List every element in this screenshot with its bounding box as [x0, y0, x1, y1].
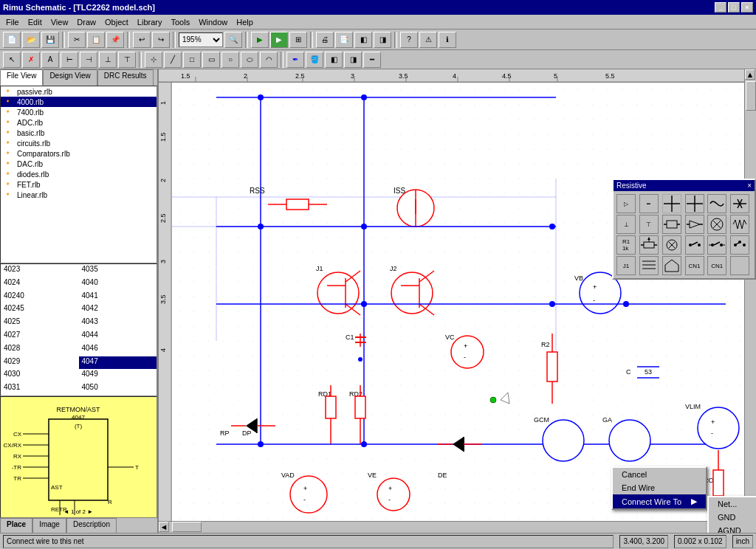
text-btn[interactable]: A	[41, 52, 59, 68]
zoom-select[interactable]: 195% 100% 150% 200%	[179, 32, 223, 47]
ctx-end-wire[interactable]: End Wire	[613, 481, 706, 494]
help1-btn[interactable]: ?	[400, 32, 418, 48]
menu-view[interactable]: View	[47, 16, 73, 28]
part-4028[interactable]: 4028	[1, 343, 79, 356]
part-4027[interactable]: 4027	[1, 330, 79, 343]
res-zigzag[interactable]	[730, 215, 749, 234]
submenu-net[interactable]: Net...	[709, 497, 756, 511]
tree-item-4000[interactable]: 🔸 4000.rlb	[1, 97, 157, 107]
part-4046[interactable]: 4046	[79, 343, 157, 356]
res-cn1-b[interactable]: CN1	[707, 256, 726, 275]
tree-item-comparators[interactable]: 🔸 Comparators.rlb	[1, 148, 157, 159]
res-in[interactable]	[662, 215, 681, 234]
part-4029[interactable]: 4029	[1, 356, 79, 370]
horizontal-scrollbar[interactable]: ◄ ►	[159, 521, 756, 533]
vertical-scrollbar[interactable]: ▲ ▼	[744, 69, 756, 533]
menu-window[interactable]: Window	[194, 16, 232, 28]
tab-design-view[interactable]: Design View	[43, 69, 97, 86]
res-pot[interactable]	[639, 235, 659, 255]
res-sw2[interactable]	[707, 235, 726, 255]
t4-btn[interactable]: ⊤	[118, 52, 136, 68]
menu-library[interactable]: Library	[133, 16, 167, 28]
tree-item-dac[interactable]: 🔸 DAC.rlb	[1, 159, 157, 169]
thick-btn[interactable]: ━	[363, 52, 381, 68]
run-btn[interactable]: ▶	[251, 32, 269, 48]
circle-btn[interactable]: ○	[221, 52, 239, 68]
tree-item-adc[interactable]: 🔸 ADC.rlb	[1, 117, 157, 128]
res-arrow[interactable]: ▷	[616, 194, 636, 213]
color1-btn[interactable]: ◧	[325, 52, 343, 68]
part-4030[interactable]: 4030	[1, 369, 79, 382]
run2-btn[interactable]: ▶	[270, 32, 288, 48]
t3-btn[interactable]: ⊥	[99, 52, 117, 68]
part-4047[interactable]: 4047	[79, 356, 157, 370]
arc-btn[interactable]: ◠	[260, 52, 278, 68]
res-r1[interactable]: R11k	[616, 235, 636, 255]
select-btn[interactable]: ↖	[3, 52, 21, 68]
res-x1[interactable]	[707, 215, 726, 234]
tree-item-linear[interactable]: 🔸 Linear.rlb	[1, 190, 157, 200]
part-4043[interactable]: 4043	[79, 317, 157, 330]
tab-file-view[interactable]: File View	[0, 69, 43, 86]
part-4025[interactable]: 4025	[1, 317, 79, 330]
res-lamp[interactable]	[662, 235, 681, 255]
tree-item-passive[interactable]: 🔸 passive.rlb	[1, 86, 157, 97]
ellipse-btn[interactable]: ⬭	[241, 52, 258, 68]
tree-item-circuits[interactable]: 🔸 circuits.rlb	[1, 138, 157, 148]
scroll-up-btn[interactable]: ▲	[745, 69, 755, 80]
fill-btn[interactable]: 🪣	[306, 52, 323, 68]
resistive-close-btn[interactable]: ×	[747, 182, 752, 190]
minimize-btn[interactable]: _	[715, 2, 726, 13]
help2-btn[interactable]: ⚠	[419, 32, 437, 48]
tool1-btn[interactable]: ⊞	[289, 32, 307, 48]
tree-item-fet[interactable]: 🔸 FET.rlb	[1, 179, 157, 190]
menu-help[interactable]: Help	[232, 16, 258, 28]
part-4023[interactable]: 4023	[1, 264, 79, 277]
redo-btn[interactable]: ↪	[152, 32, 170, 48]
part-4041[interactable]: 4041	[79, 291, 157, 304]
cut-btn[interactable]: ✂	[68, 32, 86, 48]
wire-btn[interactable]: ✗	[22, 52, 40, 68]
res-t1[interactable]	[662, 194, 681, 213]
bottom-tab-place[interactable]: Place	[0, 518, 32, 533]
scroll-thumb-h[interactable]	[172, 522, 202, 532]
paste-btn[interactable]: 📌	[106, 32, 124, 48]
submenu-agnd[interactable]: AGND	[709, 524, 756, 533]
tool3-btn[interactable]: ◨	[374, 32, 391, 48]
copy-btn[interactable]: 📋	[87, 32, 105, 48]
part-4049[interactable]: 4049	[79, 369, 157, 382]
open-btn[interactable]: 📂	[22, 32, 40, 48]
bottom-tab-description[interactable]: Description	[66, 518, 117, 533]
close-btn[interactable]: ×	[741, 2, 753, 13]
res-gnd1[interactable]: ⊥	[616, 215, 636, 234]
part-4035[interactable]: 4035	[79, 264, 157, 277]
part-4040[interactable]: 4040	[79, 277, 157, 291]
menu-edit[interactable]: Edit	[24, 16, 47, 28]
part-4042[interactable]: 4042	[79, 303, 157, 317]
submenu-gnd[interactable]: GND	[709, 511, 756, 524]
scroll-left-btn[interactable]: ◄	[159, 522, 169, 532]
menu-file[interactable]: File	[1, 16, 24, 28]
part-4044[interactable]: 4044	[79, 330, 157, 343]
res-vcc[interactable]: ⊤	[639, 215, 659, 234]
print2-btn[interactable]: 📑	[335, 32, 353, 48]
round-btn[interactable]: ▭	[202, 52, 220, 68]
tree-item-basic[interactable]: 🔸 basic.rlb	[1, 128, 157, 138]
zoom-in-btn[interactable]: 🔍	[224, 32, 242, 48]
ctx-connect-wire[interactable]: Connect Wire To ▶	[613, 494, 706, 508]
part-4024[interactable]: 4024	[1, 277, 79, 291]
cursor-btn[interactable]: ⊹	[145, 52, 162, 68]
part-4031[interactable]: 4031	[1, 382, 79, 396]
menu-tools[interactable]: Tools	[166, 16, 194, 28]
ctx-cancel[interactable]: Cancel	[613, 468, 706, 481]
bottom-tab-image[interactable]: Image	[32, 518, 66, 533]
menu-draw[interactable]: Draw	[72, 16, 100, 28]
res-wave[interactable]	[707, 194, 726, 213]
res-sw3[interactable]	[730, 235, 749, 255]
color2-btn[interactable]: ◨	[344, 52, 362, 68]
res-rx[interactable]	[730, 194, 749, 213]
res-j1[interactable]: J1	[616, 256, 636, 275]
tree-item-diodes[interactable]: 🔸 diodes.rlb	[1, 169, 157, 179]
res-t2[interactable]	[685, 194, 704, 213]
res-cn1-a[interactable]: CN1	[685, 256, 704, 275]
